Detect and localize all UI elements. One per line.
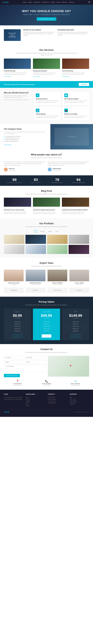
footer-link-4[interactable]: Portfolio xyxy=(26,402,45,403)
feature-icon-4: 💼 xyxy=(64,109,68,112)
blog-meta-1: AUGUST 15, 2017 xyxy=(4,208,31,208)
email-input[interactable] xyxy=(25,356,45,359)
service-text-1: Proin gravida nibh vel velit auctor aliq… xyxy=(4,72,31,75)
services-title-block: Our Services Proin gravida nibh vel veli… xyxy=(4,49,89,56)
footer-link-2[interactable]: About Us xyxy=(26,398,45,400)
nav-about[interactable]: About xyxy=(28,2,33,3)
vision-link[interactable]: Learn More ▶ xyxy=(4,144,11,146)
support-link-3[interactable]: Privacy Policy xyxy=(70,400,89,402)
nav-contact[interactable]: Contact xyxy=(69,2,74,3)
about-img-line3: Experiences xyxy=(9,36,16,38)
nav-pages[interactable]: Pages xyxy=(51,2,55,3)
footer-bottom-logo: VCAN xyxy=(4,411,9,413)
team-photo-3 xyxy=(48,270,67,281)
testimonials-grid: Proin gravida nibh vel velit auctor aliq… xyxy=(4,161,89,171)
portfolio-item-5[interactable] xyxy=(4,245,24,254)
feature-pro-2: Feature Two xyxy=(65,323,87,325)
signup-pro[interactable]: Sign Up xyxy=(71,334,80,338)
why-text2: Nisi elit consequat ipsum, nec sagittis … xyxy=(4,99,31,101)
footer-link-5[interactable]: Blog xyxy=(26,403,45,405)
portfolio-item-4[interactable] xyxy=(69,235,89,244)
address-label: Our Address xyxy=(4,383,31,384)
support-link-1[interactable]: FAQ xyxy=(70,396,89,398)
portfolio-subtitle: Proin gravida nibh vel velit auctor aliq… xyxy=(14,226,79,228)
footer-link-6[interactable]: Contact xyxy=(26,405,45,407)
contact-layout: Send Message xyxy=(4,356,89,377)
support-link-5[interactable]: Contact Us xyxy=(70,403,89,405)
support-link-2[interactable]: Terms of Use xyxy=(70,398,89,400)
team-photo-2 xyxy=(26,270,45,281)
feature-pro-1: Feature One xyxy=(65,321,87,323)
hero-cta-button[interactable]: GET STARTED TODAY xyxy=(37,17,56,21)
phone-input[interactable] xyxy=(25,360,45,364)
plan-price-pro: $149.99 xyxy=(65,314,87,318)
portfolio-item-2[interactable] xyxy=(25,235,46,244)
feature-1: ★ Awesome Services Proin gravida nibh ve… xyxy=(34,92,61,105)
portfolio-title: Our Portfolio xyxy=(4,222,89,225)
portfolio-item-3[interactable] xyxy=(47,235,68,244)
nav-home[interactable]: Home xyxy=(23,2,27,3)
footer: VCAN Proin gravida nibh vel velit auctor… xyxy=(0,390,93,417)
pricing-section: Pricing Tables Proin gravida nibh vel ve… xyxy=(0,297,93,344)
service-title-3: Secured Planning xyxy=(62,70,89,72)
signup-basic[interactable]: Sign Up xyxy=(13,334,22,338)
signup-standard[interactable]: Sign Up xyxy=(42,334,51,338)
footer-support: Support FAQ Terms of Use Privacy Policy … xyxy=(70,394,89,407)
stat-2: 83 HAPPY CLIENTS xyxy=(25,178,47,183)
feature-basic-1: Feature One xyxy=(6,321,28,323)
blog-text-2: Proin gravida nibh vel velit auctor aliq… xyxy=(33,211,60,214)
why-title: Why you Should choose Us? xyxy=(4,92,31,94)
nav-team[interactable]: Team xyxy=(57,2,60,3)
contact-email: ✉ Email Address info@example.com xyxy=(62,380,89,386)
service-img-3 xyxy=(62,58,89,69)
service-link-3[interactable]: Read details ▶ xyxy=(62,76,89,77)
portfolio-item-7[interactable] xyxy=(47,245,68,254)
feature-pro-4: Feature Four xyxy=(65,328,87,330)
portfolio-item-6[interactable] xyxy=(25,245,46,254)
nav-logo[interactable]: VCAN xyxy=(2,1,9,3)
stat-number-1: 69 xyxy=(4,178,25,182)
plan-price-standard: $49.99 xyxy=(35,314,57,318)
blog-heading-2: CURABITUR LOREM IPSUM DOLOR SIT xyxy=(33,209,60,211)
email-value: info@example.com xyxy=(62,384,89,386)
footer-links-list: Home About Us Services Portfolio Blog Co… xyxy=(26,396,45,407)
feature-basic-4: Feature Four xyxy=(6,328,28,330)
nav-portfolio[interactable]: Portfolio xyxy=(42,2,49,3)
nav-pricing[interactable]: Pricing xyxy=(62,2,67,3)
cta-button[interactable]: Contact Us xyxy=(79,83,89,86)
footer-link-1[interactable]: Home xyxy=(26,396,45,398)
history-text: Proin gravida nibh vel velit auctor aliq… xyxy=(23,32,55,36)
portfolio-tabs: All Branding Identity Print xyxy=(4,230,89,233)
support-link-4[interactable]: Support Center xyxy=(70,402,89,403)
tab-print[interactable]: Print xyxy=(54,230,59,233)
name-input[interactable] xyxy=(4,356,24,359)
portfolio-item-8[interactable] xyxy=(69,245,89,254)
pricing-subtitle: Proin gravida nibh vel velit auctor aliq… xyxy=(14,304,79,306)
service-link-2[interactable]: Read details ▶ xyxy=(33,76,60,77)
plan-features-basic: Feature One Feature Two Feature Three Fe… xyxy=(6,321,28,332)
blog-title-block: Blog Post Proin gravida nibh vel velit a… xyxy=(4,190,89,195)
stat-number-2: 83 xyxy=(25,178,47,182)
tab-identity[interactable]: Identity xyxy=(47,230,53,233)
team-card-3: PABLO ANDREW Freelance Copycat xyxy=(48,270,67,285)
footer-link-3[interactable]: Services xyxy=(26,400,45,402)
portfolio-item-1[interactable] xyxy=(4,235,24,244)
stat-label-3: WORKING HOURS xyxy=(47,182,68,183)
search-icon[interactable]: 🔍 xyxy=(89,2,91,3)
message-textarea[interactable] xyxy=(4,365,45,372)
subject-input[interactable] xyxy=(4,360,24,364)
service-link-1[interactable]: Read details ▶ xyxy=(4,76,31,77)
footer-support-list: FAQ Terms of Use Privacy Policy Support … xyxy=(70,396,89,405)
nav-services[interactable]: Services xyxy=(34,2,40,3)
phone-icon: 📞 xyxy=(33,380,60,383)
tab-branding[interactable]: Branding xyxy=(39,230,46,233)
navbar: VCAN Home About Services Portfolio Pages… xyxy=(0,0,93,5)
submit-button[interactable]: Send Message xyxy=(4,374,20,377)
testimonials-title: What people says about us? xyxy=(4,153,89,156)
plan-name-basic: BASIC xyxy=(6,311,28,312)
service-card-2: Saving and Investment Proin gravida nibh… xyxy=(33,58,60,77)
why-left: Why you Should choose Us? Proin gravida … xyxy=(4,92,31,120)
feature-title-3: Private Banking xyxy=(36,113,59,115)
service-img-1 xyxy=(4,58,31,69)
tab-all[interactable]: All xyxy=(34,230,37,233)
